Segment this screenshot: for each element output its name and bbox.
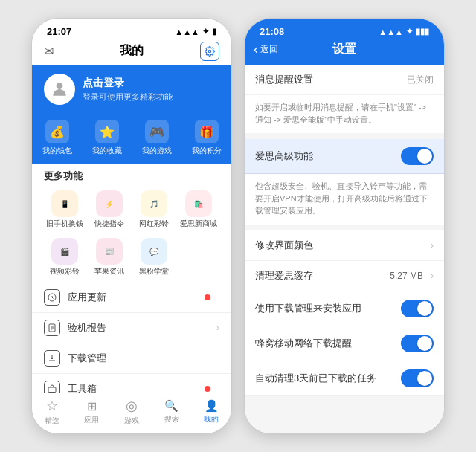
spacer-2 bbox=[245, 225, 444, 230]
download-label: 下载管理 bbox=[68, 352, 219, 365]
func-label-ringtone: 网红彩铃 bbox=[139, 219, 169, 229]
toolbox-badge bbox=[205, 386, 210, 392]
auto-clean-label: 自动清理3天前已下载的任务 bbox=[255, 372, 376, 385]
back-button[interactable]: ‹ 返回 bbox=[254, 42, 278, 57]
status-icons-1: ▲▲▲ ✦ ▮ bbox=[175, 27, 216, 36]
more-functions-title: 更多功能 bbox=[44, 170, 219, 183]
advanced-description: 包含超级安全、验机、直接导入铃声等功能，需要开启VPN才能使用，打开高级功能后将… bbox=[245, 174, 444, 225]
quick-icons-row: 💰 我的钱包 ⭐ 我的收藏 🎮 我的游戏 🎁 我的积分 bbox=[32, 114, 231, 164]
quick-icon-favorites[interactable]: ⭐ 我的收藏 bbox=[92, 120, 122, 156]
wallet-label: 我的钱包 bbox=[42, 146, 72, 156]
notice-label: 消息提醒设置 bbox=[255, 73, 313, 86]
func-item-news[interactable]: 📰 苹果资讯 bbox=[89, 235, 130, 280]
cache-size: 5.27 MB bbox=[390, 271, 423, 281]
download-icon bbox=[44, 350, 60, 367]
mobile-download-toggle[interactable] bbox=[401, 335, 434, 352]
nav-search[interactable]: 🔍 搜索 bbox=[164, 399, 179, 424]
main-container: 21:07 ▲▲▲ ✦ ▮ ✉ 我的 bbox=[31, 18, 445, 434]
games-nav-label: 游戏 bbox=[124, 416, 139, 426]
advanced-function-row[interactable]: 爱思高级功能 bbox=[245, 139, 444, 174]
func-label-mall: 爱思新商城 bbox=[180, 219, 217, 229]
modify-ui-label: 修改界面颜色 bbox=[255, 239, 313, 252]
profile-text: 点击登录 登录可使用更多精彩功能 bbox=[83, 77, 173, 103]
report-arrow: › bbox=[216, 323, 219, 333]
status-bar-2: 21:08 ▲▲▲ ✦ ▮▮▮ bbox=[245, 19, 444, 40]
nav-apps[interactable]: ⊞ 应用 bbox=[84, 399, 99, 425]
download-manager-toggle[interactable] bbox=[401, 300, 434, 317]
mine-label: 我的 bbox=[204, 414, 219, 424]
auto-clean-toggle[interactable] bbox=[401, 369, 434, 387]
quick-icon-wallet[interactable]: 💰 我的钱包 bbox=[42, 120, 72, 156]
favorites-icon: ⭐ bbox=[95, 120, 119, 143]
phone-1: 21:07 ▲▲▲ ✦ ▮ ✉ 我的 bbox=[31, 18, 232, 434]
notice-row[interactable]: 消息提醒设置 已关闭 bbox=[245, 65, 444, 95]
back-label: 返回 bbox=[260, 43, 278, 56]
menu-list: 应用更新 验机报告 › 下载管理 bbox=[32, 282, 231, 393]
menu-item-report[interactable]: 验机报告 › bbox=[32, 313, 231, 343]
wallet-icon: 💰 bbox=[45, 120, 69, 143]
signal-icon: ▲▲▲ bbox=[175, 28, 199, 36]
phone-2: 21:08 ▲▲▲ ✦ ▮▮▮ ‹ 返回 设置 bbox=[244, 18, 445, 434]
quick-icon-points[interactable]: 🎁 我的积分 bbox=[192, 120, 222, 156]
func-item-mall[interactable]: 🛍️ 爱思新商城 bbox=[178, 187, 219, 232]
report-label: 验机报告 bbox=[68, 321, 216, 335]
status-icons-2: ▲▲▲ ✦ ▮▮▮ bbox=[379, 27, 429, 36]
favorites-label: 我的收藏 bbox=[92, 146, 122, 156]
clear-cache-label: 清理爱思缓存 bbox=[255, 269, 313, 282]
mine-icon: 👤 bbox=[205, 399, 219, 413]
envelope-icon: ✉ bbox=[44, 44, 54, 58]
mobile-download-row[interactable]: 蜂窝移动网络下载提醒 bbox=[245, 326, 444, 361]
quick-icon-games[interactable]: 🎮 我的游戏 bbox=[142, 120, 172, 156]
profile-banner[interactable]: 点击登录 登录可使用更多精彩功能 bbox=[32, 65, 231, 114]
notice-description: 如要开启或临时用消息提醒，请在手机"设置" -> 通知 -> 爱思全能版"中手动… bbox=[245, 95, 444, 133]
wifi-icon: ✦ bbox=[202, 27, 209, 36]
battery-icon-2: ▮▮▮ bbox=[416, 27, 429, 36]
toolbox-label: 工具箱 bbox=[68, 382, 219, 393]
games-nav-icon: ◎ bbox=[126, 398, 138, 414]
modify-ui-row[interactable]: 修改界面颜色 › bbox=[245, 230, 444, 261]
other-settings: 修改界面颜色 › 清理爱思缓存 5.27 MB › 使用下载管理来安装应用 bbox=[245, 230, 444, 396]
nav-mine[interactable]: 👤 我的 bbox=[204, 399, 219, 424]
nav-featured[interactable]: ☆ 精选 bbox=[45, 398, 60, 426]
svg-rect-7 bbox=[48, 387, 56, 393]
menu-item-toolbox[interactable]: 工具箱 bbox=[32, 374, 231, 393]
advanced-toggle[interactable] bbox=[401, 147, 434, 165]
menu-item-download[interactable]: 下载管理 bbox=[32, 343, 231, 374]
svg-point-0 bbox=[208, 50, 211, 53]
func-label-video: 视频彩铃 bbox=[50, 266, 80, 277]
func-item-shortcut[interactable]: ⚡ 快捷指令 bbox=[89, 187, 130, 232]
settings-button[interactable] bbox=[200, 42, 219, 61]
func-label-news: 苹果资讯 bbox=[94, 266, 124, 277]
func-label-shortcut: 快捷指令 bbox=[94, 219, 124, 229]
func-item-oldphone[interactable]: 📱 旧手机换钱 bbox=[44, 187, 86, 232]
back-arrow-icon: ‹ bbox=[254, 42, 258, 57]
func-item-ringtone[interactable]: 🎵 网红彩铃 bbox=[133, 187, 175, 232]
func-grid: 📱 旧手机换钱 ⚡ 快捷指令 🎵 网红彩铃 🛍️ 爱思新商城 bbox=[44, 187, 219, 280]
func-item-video[interactable]: 🎬 视频彩铃 bbox=[44, 235, 86, 280]
points-icon: 🎁 bbox=[195, 120, 219, 143]
advanced-label: 爱思高级功能 bbox=[255, 149, 313, 163]
signal-icon-2: ▲▲▲ bbox=[379, 28, 403, 36]
screen1-header: ✉ 我的 bbox=[32, 40, 231, 65]
nav-games[interactable]: ◎ 游戏 bbox=[124, 398, 139, 426]
auto-clean-row[interactable]: 自动清理3天前已下载的任务 bbox=[245, 361, 444, 396]
search-label: 搜索 bbox=[164, 414, 179, 424]
func-label-study: 黑粉学堂 bbox=[139, 266, 169, 277]
svg-point-1 bbox=[57, 83, 63, 89]
func-item-study[interactable]: 💬 黑粉学堂 bbox=[133, 235, 175, 280]
search-icon: 🔍 bbox=[164, 399, 178, 413]
notice-status: 已关闭 bbox=[407, 74, 434, 86]
wifi-icon-2: ✦ bbox=[406, 27, 413, 36]
more-functions-section: 更多功能 📱 旧手机换钱 ⚡ 快捷指令 🎵 网红彩铃 � bbox=[32, 164, 231, 282]
screen2-title: 设置 bbox=[332, 42, 356, 57]
modify-ui-arrow: › bbox=[431, 240, 434, 251]
clear-cache-row[interactable]: 清理爱思缓存 5.27 MB › bbox=[245, 261, 444, 291]
download-manager-row[interactable]: 使用下载管理来安装应用 bbox=[245, 291, 444, 326]
battery-icon: ▮ bbox=[212, 27, 216, 36]
profile-subtitle: 登录可使用更多精彩功能 bbox=[83, 91, 173, 103]
func-label-oldphone: 旧手机换钱 bbox=[46, 219, 83, 229]
menu-item-appupdate[interactable]: 应用更新 bbox=[32, 282, 231, 313]
appupdate-badge bbox=[205, 294, 210, 300]
mobile-download-label: 蜂窝移动网络下载提醒 bbox=[255, 337, 352, 350]
settings-content: 消息提醒设置 已关闭 如要开启或临时用消息提醒，请在手机"设置" -> 通知 -… bbox=[245, 65, 444, 433]
